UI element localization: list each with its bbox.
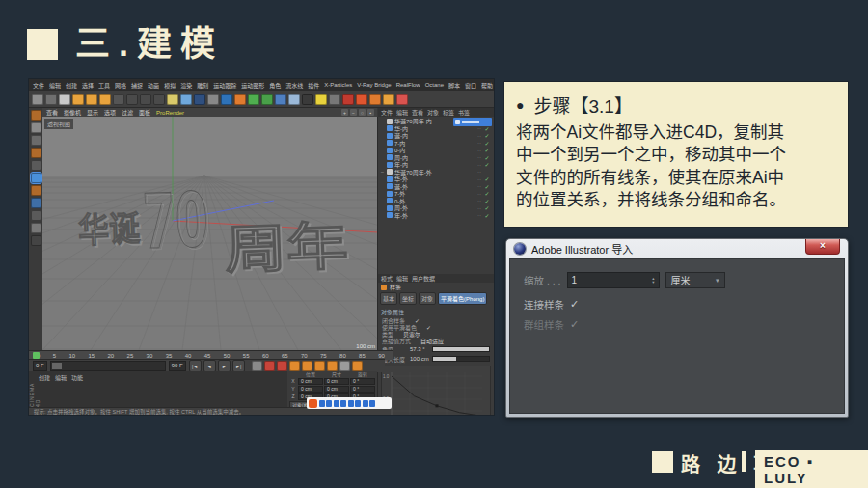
visibility-check-icon[interactable]: ✓ <box>483 140 491 147</box>
visibility-check-icon[interactable]: ✓ <box>483 198 491 204</box>
simulate-icon[interactable] <box>383 94 394 105</box>
stepper-icon[interactable] <box>652 277 654 285</box>
dialog-titlebar[interactable]: Adobe Illustrator 导入 <box>506 239 848 258</box>
attribute-menu-item[interactable]: 编辑 <box>396 274 408 283</box>
coords-field[interactable]: 0 cm <box>324 386 349 393</box>
attribute-value[interactable]: 自动适应 <box>420 337 444 345</box>
light-icon[interactable] <box>315 94 327 105</box>
pen-spline-icon[interactable] <box>234 94 246 105</box>
record-button[interactable] <box>252 361 262 371</box>
visibility-check-icon[interactable]: ✓ <box>483 190 491 197</box>
redo-icon[interactable] <box>45 94 57 105</box>
locked-workplane-icon[interactable] <box>31 235 41 246</box>
menu-item[interactable]: 编辑 <box>49 81 61 90</box>
record-button[interactable] <box>277 361 287 371</box>
xpresso-icon[interactable] <box>396 94 408 105</box>
slider-bar[interactable] <box>432 346 490 352</box>
environment-icon[interactable] <box>288 94 300 105</box>
menu-item[interactable]: V-Ray Bridge <box>357 82 391 88</box>
menu-item[interactable]: 动画 <box>148 81 159 90</box>
timeline-playhead[interactable] <box>33 352 40 359</box>
object-manager-menu-item[interactable]: 书签 <box>458 108 470 117</box>
viewport-solo-icon[interactable] <box>31 210 41 221</box>
current-frame-field[interactable]: 0 F <box>33 361 47 371</box>
visibility-check-icon[interactable]: ✓ <box>483 147 491 153</box>
scrub-handle[interactable] <box>52 363 62 369</box>
record-button[interactable] <box>289 361 300 371</box>
snap-icon[interactable] <box>31 223 41 233</box>
material-icon[interactable] <box>329 94 340 105</box>
points-mode-icon[interactable] <box>31 160 41 171</box>
c4d-viewport[interactable]: 查看摄像机显示选项过滤面板ProRender+−○▪ 透视视图 华诞 70 周年… <box>42 108 378 350</box>
coords-field[interactable]: 0 cm <box>298 378 323 385</box>
timeline-scrub-bar[interactable] <box>50 361 166 371</box>
record-button[interactable] <box>314 361 325 371</box>
workplane-mode-icon[interactable] <box>31 148 41 158</box>
menu-item[interactable]: 运动图形 <box>241 81 264 90</box>
attribute-value[interactable]: ✓ <box>426 324 431 331</box>
viewport-menu-item[interactable]: 显示 <box>87 108 98 117</box>
coordinate-system-icon[interactable] <box>167 94 178 105</box>
attribute-tab[interactable]: 基本 <box>380 292 397 305</box>
material-manager-tab[interactable]: 编辑 <box>55 373 67 382</box>
close-button[interactable]: × <box>805 239 840 255</box>
camera-icon[interactable] <box>302 94 313 105</box>
extrude-generator-icon[interactable] <box>261 94 273 105</box>
menu-item[interactable]: 雕刻 <box>197 81 208 90</box>
menu-item[interactable]: 窗口 <box>465 81 476 90</box>
group-splines-checkbox[interactable]: ✓ <box>570 318 579 331</box>
maximize-view-icon[interactable]: ▪ <box>367 109 374 116</box>
cube-primitive-icon[interactable] <box>221 94 232 105</box>
undo-icon[interactable] <box>32 94 43 105</box>
menu-item[interactable]: X-Particles <box>324 82 352 88</box>
visibility-check-icon[interactable]: ✓ <box>483 204 491 211</box>
connect-splines-checkbox[interactable]: ✓ <box>570 298 579 311</box>
viewport-menu-item[interactable]: 查看 <box>46 108 58 117</box>
menu-item[interactable]: 角色 <box>269 81 281 90</box>
record-button[interactable] <box>302 361 312 371</box>
last-tool-icon[interactable] <box>113 94 124 105</box>
move-icon[interactable] <box>72 94 84 105</box>
render-picture-viewer-icon[interactable] <box>194 94 205 105</box>
visibility-check-icon[interactable]: ✓ <box>483 132 491 139</box>
prorender-menu-item[interactable]: ProRender <box>156 110 184 116</box>
live-selection-icon[interactable] <box>59 94 70 105</box>
convert-object-icon[interactable] <box>31 110 41 121</box>
coords-field[interactable]: 0 cm <box>298 386 323 393</box>
viewport-menu-item[interactable]: 面板 <box>139 108 150 117</box>
pan-view-icon[interactable]: + <box>341 109 348 116</box>
coords-field[interactable]: 0 ° <box>350 386 375 393</box>
menu-item[interactable]: 创建 <box>66 81 77 90</box>
viewport-menu-item[interactable]: 摄像机 <box>64 108 81 117</box>
attribute-menu-item[interactable]: 模式 <box>381 274 393 283</box>
attribute-tab[interactable]: 对象 <box>419 292 436 305</box>
visibility-check-icon[interactable]: ✓ <box>483 183 491 190</box>
menu-item[interactable]: 捕捉 <box>131 81 143 90</box>
object-manager-menu-item[interactable]: 文件 <box>381 108 393 117</box>
object-manager-menu-item[interactable]: 查看 <box>412 108 423 117</box>
menu-item[interactable]: 工具 <box>98 81 110 90</box>
deformer-icon[interactable] <box>275 94 286 105</box>
menu-item[interactable]: 运动跟踪 <box>213 81 236 90</box>
menu-item[interactable]: RealFlow <box>396 82 420 88</box>
object-manager-menu-item[interactable]: 对象 <box>427 108 439 117</box>
rotate-view-icon[interactable]: ○ <box>359 109 366 116</box>
material-manager-tab[interactable]: 功能 <box>71 373 83 382</box>
x-axis-lock-icon[interactable] <box>126 94 138 105</box>
render-state-chip[interactable] <box>453 118 492 126</box>
fields-icon[interactable] <box>356 94 367 105</box>
render-settings-icon[interactable] <box>207 94 219 105</box>
texture-mode-icon[interactable] <box>31 135 41 146</box>
slider-bar[interactable] <box>432 356 490 362</box>
menu-item[interactable]: 文件 <box>33 81 44 90</box>
zoom-view-icon[interactable]: − <box>350 109 357 116</box>
object-tree-row[interactable]: 年-外··✓ <box>378 212 494 220</box>
render-view-icon[interactable] <box>180 94 192 105</box>
menu-item[interactable]: 选择 <box>82 81 94 90</box>
z-axis-lock-icon[interactable] <box>153 94 165 105</box>
scale-icon[interactable] <box>86 94 97 105</box>
visibility-check-icon[interactable]: ✓ <box>483 154 491 161</box>
menu-item[interactable]: 帮助 <box>481 81 493 90</box>
menu-item[interactable]: 插件 <box>308 81 319 90</box>
visibility-check-icon[interactable]: ✓ <box>483 161 491 168</box>
